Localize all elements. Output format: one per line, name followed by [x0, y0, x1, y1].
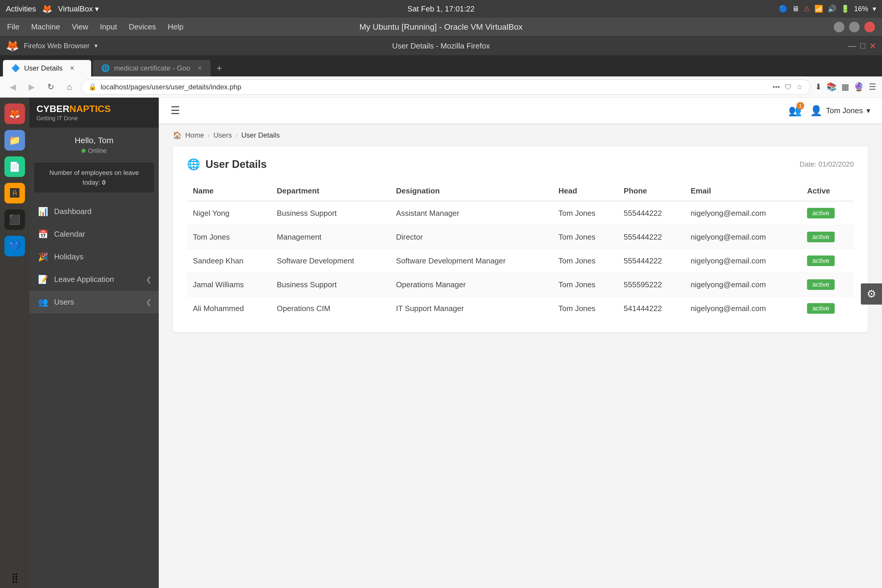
cell-department: Software Development: [271, 249, 390, 273]
sidebar-item-leave-application[interactable]: 📝 Leave Application ❮: [29, 268, 159, 291]
sidebar-item-holidays[interactable]: 🎉 Holidays: [29, 246, 159, 268]
tab1-icon: 🔷: [11, 64, 20, 72]
vbox-menu-devices[interactable]: Devices: [129, 22, 156, 32]
cell-phone: 555444222: [618, 249, 685, 273]
bookmark-shield-icon[interactable]: 🛡: [784, 83, 792, 91]
vbox-menu-machine[interactable]: Machine: [31, 22, 60, 32]
col-active: Active: [801, 181, 854, 201]
reload-btn[interactable]: ↻: [44, 80, 58, 94]
library-icon[interactable]: 📚: [826, 82, 837, 92]
tab-medical-cert[interactable]: 🌐 medical certificate - Goo ✕: [93, 60, 210, 76]
sidebar-item-calendar[interactable]: 📅 Calendar: [29, 223, 159, 246]
tab1-close-btn[interactable]: ✕: [70, 64, 75, 72]
card-title-icon: 🌐: [187, 158, 200, 171]
sidebar-item-users[interactable]: 👥 Users ❮: [29, 291, 159, 314]
vbox-menu-help[interactable]: Help: [168, 22, 183, 32]
breadcrumb-home-link[interactable]: Home: [185, 131, 204, 140]
vbox-minimize-btn[interactable]: [834, 22, 844, 32]
cell-phone: 555444222: [618, 201, 685, 225]
main-content: ☰ 👥 1 👤 Tom Jones ▾ 🏠 Home › Users › Use…: [159, 98, 882, 588]
logo-cyber: CYBER: [36, 104, 69, 114]
os-icon-terminal[interactable]: ⬛: [4, 209, 25, 230]
greeting-text: Hello, Tom: [36, 136, 152, 145]
firefox-logo-icon: 🦊: [6, 40, 19, 52]
os-icon-files[interactable]: 📁: [4, 130, 25, 150]
firefox-menu-chevron[interactable]: ▾: [94, 42, 98, 50]
activities-label[interactable]: Activities: [6, 4, 36, 14]
topbar-chevron[interactable]: ▾: [873, 5, 876, 13]
card-title-text: User Details: [206, 158, 267, 171]
vbox-menu-input[interactable]: Input: [100, 22, 117, 32]
cell-email: nigelyong@email.com: [685, 225, 801, 249]
holidays-icon: 🎉: [38, 252, 48, 262]
cell-head: Tom Jones: [553, 225, 618, 249]
sidebar-label-dashboard: Dashboard: [54, 207, 92, 216]
vbox-maximize-btn[interactable]: [849, 22, 860, 32]
col-name: Name: [187, 181, 271, 201]
os-icon-amazon[interactable]: 🅰: [4, 183, 25, 204]
vbox-close-btn[interactable]: [864, 22, 875, 32]
breadcrumb-current: User Details: [242, 131, 280, 140]
cell-active: active: [801, 297, 854, 321]
cell-head: Tom Jones: [553, 201, 618, 225]
notification-bell[interactable]: 👥 1: [789, 104, 802, 117]
cell-email: nigelyong@email.com: [685, 249, 801, 273]
screen-icon: 🖥: [792, 5, 799, 13]
back-btn[interactable]: ◀: [6, 80, 20, 94]
table-row: Sandeep Khan Software Development Softwa…: [187, 249, 854, 273]
os-icon-grid[interactable]: ⣿: [4, 567, 25, 588]
firefox-title-text: User Details - Mozilla Firefox: [392, 42, 490, 50]
breadcrumb-users-link[interactable]: Users: [213, 131, 232, 140]
user-menu[interactable]: 👤 Tom Jones ▾: [810, 105, 870, 116]
active-badge: active: [807, 279, 834, 290]
ff-minimize-btn[interactable]: —: [848, 41, 856, 51]
col-phone: Phone: [618, 181, 685, 201]
firefox-icon: 🦊: [42, 4, 52, 14]
sidebar-label-calendar: Calendar: [54, 230, 85, 239]
extension-icon[interactable]: 🔮: [854, 82, 864, 92]
bookmark-star-icon[interactable]: ☆: [796, 83, 803, 91]
cell-name: Ali Mohammed: [187, 297, 271, 321]
nav-menu-btn[interactable]: ☰: [869, 82, 876, 92]
cell-department: Business Support: [271, 201, 390, 225]
url-more-btn[interactable]: •••: [772, 83, 780, 91]
cell-active: active: [801, 273, 854, 297]
os-icon-notepad[interactable]: 📄: [4, 156, 25, 177]
sidebar-panel-icon[interactable]: ▦: [842, 82, 849, 92]
vbox-menu-file[interactable]: File: [7, 22, 20, 32]
tab2-close-btn[interactable]: ✕: [197, 64, 202, 72]
vbox-menu-view[interactable]: View: [72, 22, 88, 32]
notification-badge: 1: [796, 102, 804, 110]
active-badge: active: [807, 255, 834, 266]
cell-email: nigelyong@email.com: [685, 201, 801, 225]
cell-designation: Operations Manager: [390, 273, 552, 297]
cell-name: Sandeep Khan: [187, 249, 271, 273]
user-menu-chevron: ▾: [866, 106, 870, 115]
os-icon-vscode[interactable]: 💙: [4, 236, 25, 256]
col-department: Department: [271, 181, 390, 201]
new-tab-btn[interactable]: +: [212, 61, 226, 75]
cell-head: Tom Jones: [553, 273, 618, 297]
content-card: 🌐 User Details Date: 01/02/2020 Name Dep…: [173, 146, 868, 332]
table-row: Nigel Yong Business Support Assistant Ma…: [187, 201, 854, 225]
sidebar-label-users: Users: [54, 297, 74, 307]
os-datetime: Sat Feb 1, 17:01:22: [408, 4, 474, 13]
cell-department: Business Support: [271, 273, 390, 297]
logo-sub: Getting IT Done: [36, 115, 111, 122]
url-bar[interactable]: 🔒 localhost/pages/users/user_details/ind…: [81, 80, 810, 94]
sidebar-item-dashboard[interactable]: 📊 Dashboard: [29, 200, 159, 223]
breadcrumb-sep1: ›: [208, 131, 210, 140]
ff-maximize-btn[interactable]: □: [860, 41, 865, 51]
ff-close-btn[interactable]: ✕: [869, 41, 876, 51]
cell-designation: Assistant Manager: [390, 201, 552, 225]
table-row: Jamal Williams Business Support Operatio…: [187, 273, 854, 297]
virtualbox-menu[interactable]: VirtualBox ▾: [58, 4, 99, 14]
os-icon-firefox[interactable]: 🦊: [4, 104, 25, 124]
tab-user-details[interactable]: 🔷 User Details ✕: [3, 60, 91, 76]
download-icon[interactable]: ⬇: [815, 82, 822, 92]
card-title: 🌐 User Details: [187, 158, 267, 171]
hamburger-menu-btn[interactable]: ☰: [171, 104, 180, 117]
home-btn[interactable]: ⌂: [62, 80, 76, 94]
settings-btn[interactable]: ⚙: [861, 284, 882, 304]
forward-btn[interactable]: ▶: [25, 80, 39, 94]
